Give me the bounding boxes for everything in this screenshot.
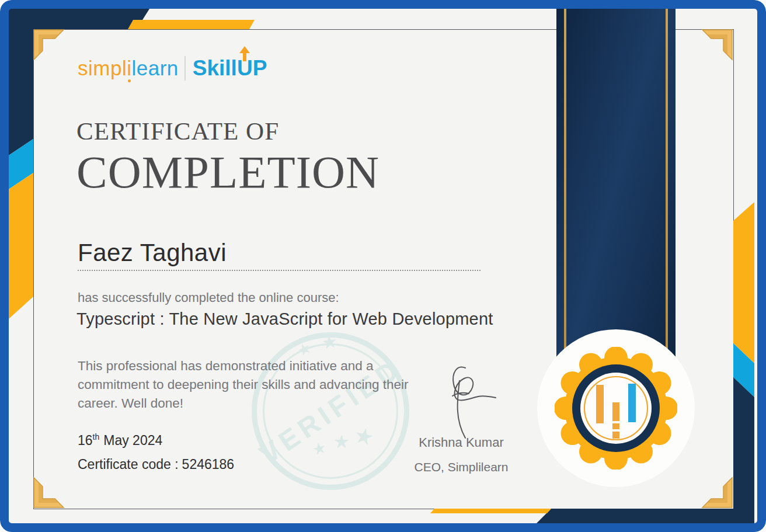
logo-letter-i: i	[127, 57, 131, 80]
certificate-content: simpl i learn Skill U P CERTIFICATE OF C…	[0, 0, 766, 532]
course-name: Typescript : The New JavaScript for Web …	[76, 310, 493, 329]
certificate: VERIFIED ★ ★ ★ ★ ★	[0, 0, 766, 532]
simplilearn-skillup-logo: simpl i learn Skill U P	[78, 56, 267, 81]
signatory-name: Krishna Kumar	[403, 435, 520, 450]
date-ordinal: th	[93, 432, 100, 441]
title-line-2: COMPLETION	[76, 149, 379, 195]
course-intro-text: has successfully completed the online co…	[78, 290, 339, 305]
skillup-wordmark: Skill U P	[193, 56, 267, 81]
certificate-code-value: 5246186	[182, 457, 235, 472]
issue-date: 16thMay 2024	[78, 432, 162, 448]
logo-text-learn: learn	[131, 57, 178, 80]
skillup-text: Skill	[193, 56, 237, 81]
title-line-1: CERTIFICATE OF	[76, 119, 379, 144]
logo-i-dot	[128, 79, 131, 82]
date-day: 16	[78, 433, 93, 448]
logo-divider	[184, 56, 186, 81]
up-arrow-icon	[239, 46, 250, 61]
certificate-code: Certificate code :5246186	[78, 457, 234, 472]
certificate-code-label: Certificate code :	[78, 457, 179, 472]
certificate-title: CERTIFICATE OF COMPLETION	[76, 119, 379, 195]
logo-text-simpli: simpl	[78, 57, 127, 80]
signatory-title: CEO, Simplilearn	[403, 460, 520, 474]
signature-icon	[429, 363, 505, 442]
date-month-year: May 2024	[103, 433, 162, 448]
skillup-text: P	[253, 56, 267, 81]
skillup-u: U	[237, 56, 253, 81]
name-underline	[78, 243, 481, 271]
description-text: This professional has demonstrated initi…	[78, 357, 421, 413]
